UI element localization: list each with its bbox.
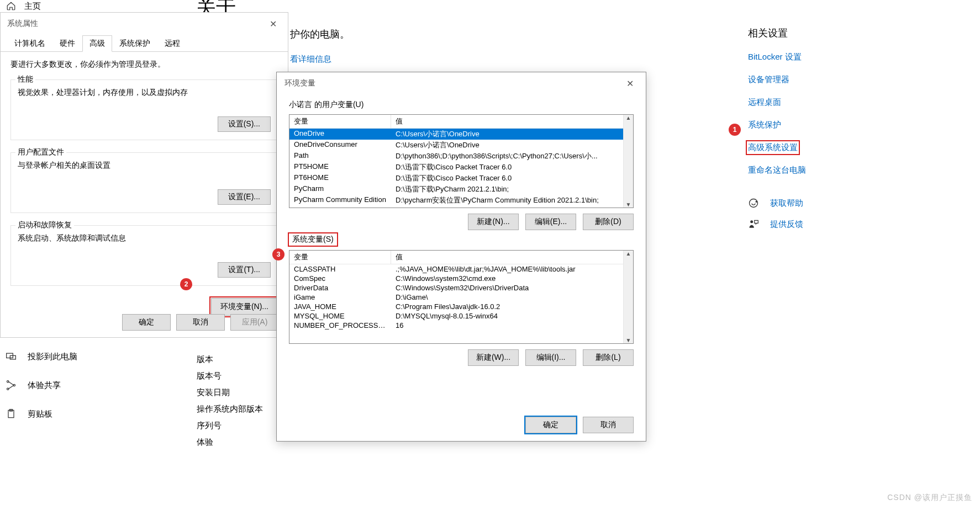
var-value: C:\Users\小诺言\OneDrive	[391, 129, 633, 140]
var-value: D:\MYSQL\mysql-8.0.15-winx64	[391, 311, 633, 321]
system-edit-button[interactable]: 编辑(I)...	[525, 349, 576, 366]
table-row[interactable]: PyCharmD:\迅雷下载\PyCharm 2021.2.1\bin;	[289, 184, 633, 195]
system-variables-label: 系统变量(S)	[289, 233, 337, 246]
clipboard-icon	[6, 408, 17, 419]
close-icon[interactable]: ✕	[265, 17, 281, 31]
system-variables-list[interactable]: 变量 值 CLASSPATH.;%JAVA_HOME%\lib\dt.jar;%…	[289, 250, 634, 344]
col-variable[interactable]: 变量	[289, 115, 391, 128]
link-device-manager[interactable]: 设备管理器	[748, 75, 969, 85]
link-system-protection[interactable]: 系统保护	[748, 120, 969, 130]
detail-version-number: 版本号	[197, 368, 263, 384]
table-row[interactable]: ComSpecC:\Windows\system32\cmd.exe	[289, 274, 633, 283]
performance-settings-button[interactable]: 设置(S)...	[218, 116, 271, 132]
nav-label: 投影到此电脑	[28, 352, 77, 362]
settings-left-nav: 投影到此电脑 体验共享 剪贴板	[6, 342, 77, 428]
scroll-down-icon[interactable]: ▼	[626, 337, 631, 343]
cancel-button[interactable]: 取消	[583, 417, 634, 433]
var-value: 16	[391, 321, 633, 330]
scroll-up-icon[interactable]: ▲	[626, 115, 631, 121]
scroll-up-icon[interactable]: ▲	[626, 251, 631, 257]
user-variables-list[interactable]: 变量 值 OneDriveC:\Users\小诺言\OneDriveOneDri…	[289, 114, 634, 208]
nav-shared-experiences[interactable]: 体验共享	[6, 371, 77, 400]
scrollbar[interactable]: ▲ ▼	[623, 115, 633, 208]
detail-experience: 体验	[197, 434, 263, 450]
group-user-profiles: 用户配置文件 与登录帐户相关的桌面设置 设置(E)...	[10, 152, 278, 213]
ok-button[interactable]: 确定	[525, 417, 576, 433]
table-row[interactable]: JAVA_HOMEC:\Program Files\Java\jdk-16.0.…	[289, 302, 633, 311]
user-delete-button[interactable]: 删除(D)	[583, 214, 634, 230]
close-icon[interactable]: ✕	[622, 76, 638, 91]
scroll-down-icon[interactable]: ▼	[626, 201, 631, 208]
table-row[interactable]: OneDriveConsumerC:\Users\小诺言\OneDrive	[289, 140, 633, 151]
var-value: C:\Windows\system32\cmd.exe	[391, 274, 633, 283]
link-advanced-system-settings[interactable]: 高级系统设置	[748, 142, 798, 153]
get-help-row[interactable]: 获取帮助	[748, 198, 969, 209]
link-rename-pc[interactable]: 重命名这台电脑	[748, 165, 969, 176]
project-icon	[6, 351, 17, 362]
tab-computer-name[interactable]: 计算机名	[7, 35, 52, 52]
group-startup-recovery: 启动和故障恢复 系统启动、系统故障和调试信息 设置(T)...	[10, 225, 278, 286]
tab-hardware[interactable]: 硬件	[52, 35, 82, 52]
group-performance: 性能 视觉效果，处理器计划，内存使用，以及虚拟内存 设置(S)...	[10, 79, 278, 140]
environment-variables-dialog: 环境变量 ✕ 小诺言 的用户变量(U) 变量 值 OneDriveC:\User…	[276, 72, 646, 442]
svg-point-6	[7, 388, 9, 390]
svg-point-5	[7, 381, 9, 382]
system-properties-dialog: 系统属性 ✕ 计算机名 硬件 高级 系统保护 远程 要进行大多数更改，你必须作为…	[0, 12, 288, 338]
var-value: D:\迅雷下载\Cisco Packet Tracer 6.0	[391, 162, 633, 173]
table-row[interactable]: OneDriveC:\Users\小诺言\OneDrive	[289, 129, 633, 140]
settings-home-row[interactable]: 主页	[0, 0, 46, 12]
var-value: D:\python386\;D:\python386\Scripts\;C:\P…	[391, 151, 633, 162]
col-value[interactable]: 值	[391, 115, 633, 128]
table-row[interactable]: DriverDataC:\Windows\System32\Drivers\Dr…	[289, 283, 633, 293]
col-variable[interactable]: 变量	[289, 251, 391, 264]
var-name: CLASSPATH	[289, 264, 391, 274]
tab-advanced[interactable]: 高级	[82, 35, 112, 52]
var-value: C:\Program Files\Java\jdk-16.0.2	[391, 302, 633, 311]
related-settings-title: 相关设置	[748, 26, 969, 40]
group-legend: 用户配置文件	[15, 147, 66, 157]
user-profiles-settings-button[interactable]: 设置(E)...	[218, 189, 271, 205]
var-name: iGame	[289, 293, 391, 302]
col-value[interactable]: 值	[391, 251, 633, 264]
startup-recovery-settings-button[interactable]: 设置(T)...	[218, 262, 271, 278]
watermark: CSDN @该用户正摸鱼	[887, 493, 972, 503]
var-value: D:\迅雷下载\Cisco Packet Tracer 6.0	[391, 173, 633, 184]
feedback-row[interactable]: 提供反馈	[748, 219, 969, 230]
annotation-marker-3: 3	[272, 248, 284, 261]
table-row[interactable]: NUMBER_OF_PROCESSORS16	[289, 321, 633, 330]
table-row[interactable]: CLASSPATH.;%JAVA_HOME%\lib\dt.jar;%JAVA_…	[289, 264, 633, 274]
table-row[interactable]: PathD:\python386\;D:\python386\Scripts\;…	[289, 151, 633, 162]
var-name: PT6HOME	[289, 173, 391, 184]
scrollbar[interactable]: ▲ ▼	[623, 251, 633, 343]
dialog-title: 系统属性	[7, 19, 38, 29]
see-details-link[interactable]: 看详细信息	[290, 54, 331, 65]
nav-clipboard[interactable]: 剪贴板	[6, 400, 77, 428]
nav-project-to-pc[interactable]: 投影到此电脑	[6, 342, 77, 371]
link-remote-desktop[interactable]: 远程桌面	[748, 97, 969, 108]
protect-text: 护你的电脑。	[290, 28, 350, 41]
system-delete-button[interactable]: 删除(L)	[583, 349, 634, 366]
table-row[interactable]: MYSQL_HOMED:\MYSQL\mysql-8.0.15-winx64	[289, 311, 633, 321]
cancel-button[interactable]: 取消	[176, 314, 225, 331]
group-desc: 与登录帐户相关的桌面设置	[18, 161, 271, 171]
var-name: PT5HOME	[289, 162, 391, 173]
user-edit-button[interactable]: 编辑(E)...	[525, 214, 576, 230]
detail-version: 版本	[197, 351, 263, 368]
table-row[interactable]: PT6HOMED:\迅雷下载\Cisco Packet Tracer 6.0	[289, 173, 633, 184]
var-value: D:\迅雷下载\PyCharm 2021.2.1\bin;	[391, 184, 633, 195]
table-row[interactable]: iGameD:\iGame\	[289, 293, 633, 302]
get-help-label: 获取帮助	[770, 198, 803, 209]
system-new-button[interactable]: 新建(W)...	[468, 349, 519, 366]
link-bitlocker[interactable]: BitLocker 设置	[748, 52, 969, 62]
svg-point-1	[756, 201, 757, 203]
ok-button[interactable]: 确定	[122, 314, 171, 331]
table-row[interactable]: PyCharm Community EditionD:\pycharm安装位置\…	[289, 195, 633, 206]
user-new-button[interactable]: 新建(N)...	[468, 214, 519, 230]
tab-system-protection[interactable]: 系统保护	[112, 35, 157, 52]
var-value: D:\pycharm安装位置\PyCharm Community Edition…	[391, 195, 633, 206]
var-value: C:\Windows\System32\Drivers\DriverData	[391, 283, 633, 293]
table-row[interactable]: PT5HOMED:\迅雷下载\Cisco Packet Tracer 6.0	[289, 162, 633, 173]
tab-remote[interactable]: 远程	[157, 35, 187, 52]
apply-button[interactable]: 应用(A)	[230, 314, 279, 331]
environment-variables-button[interactable]: 环境变量(N)...	[211, 298, 278, 316]
